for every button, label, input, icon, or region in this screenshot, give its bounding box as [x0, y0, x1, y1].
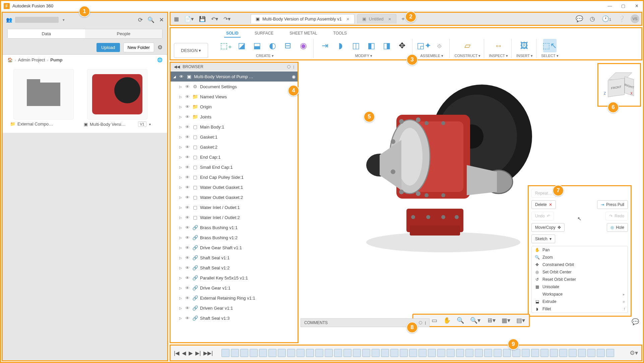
extrude-tool-icon[interactable]: ⬓: [250, 39, 264, 52]
new-folder-button[interactable]: New Folder: [123, 43, 154, 52]
tree-node[interactable]: ▷ 👁 ▢ Water Outlet Gasket:2: [171, 192, 298, 202]
timeline-feature[interactable]: [456, 349, 464, 357]
timeline-feature[interactable]: [287, 349, 295, 357]
ctx-hole[interactable]: ◎ Hole: [607, 223, 628, 232]
visibility-icon[interactable]: 👁: [185, 205, 190, 210]
tree-node[interactable]: ▷ 👁 ▢ Gasket:2: [171, 142, 298, 152]
tree-node[interactable]: ▷ 👁 🔗 External Retaining Ring v1:1: [171, 293, 298, 303]
insert-tool-icon[interactable]: 🖼: [518, 39, 531, 52]
ctx-sketch[interactable]: Sketch ▾: [531, 235, 555, 243]
expand-icon[interactable]: ▷: [179, 145, 183, 149]
fillet-tool-icon[interactable]: ◗: [334, 39, 347, 52]
joint-tool-icon[interactable]: ⟐: [433, 39, 446, 52]
measure-tool-icon[interactable]: ↔: [492, 39, 505, 52]
expand-icon[interactable]: ▷: [179, 216, 183, 219]
tree-node[interactable]: ▷ 👁 📁 Joints: [171, 112, 298, 122]
timeline-feature[interactable]: [494, 349, 502, 357]
expand-icon[interactable]: ▷: [179, 266, 183, 270]
visibility-icon[interactable]: 👁: [185, 296, 190, 301]
tree-node[interactable]: ▷ 👁 🔗 Parallel Key 5x5x15 v1:1: [171, 273, 298, 283]
expand-icon[interactable]: ▷: [179, 196, 183, 199]
tree-node[interactable]: ▷ 👁 ▢ End Cap:1: [171, 152, 298, 162]
maximize-button[interactable]: ▢: [620, 2, 627, 10]
visibility-icon[interactable]: 👁: [185, 135, 190, 140]
expand-icon[interactable]: ▷: [179, 105, 183, 109]
help-icon[interactable]: ❔: [617, 15, 627, 22]
timeline-feature[interactable]: [400, 349, 408, 357]
visibility-icon[interactable]: 👁: [185, 215, 190, 220]
expand-icon[interactable]: ▷: [179, 115, 183, 119]
ctx-item[interactable]: ⬓ Extrude e: [532, 298, 628, 305]
ctx-item[interactable]: ✋ Pan: [532, 246, 628, 254]
expand-icon[interactable]: ▷: [179, 226, 183, 229]
visibility-icon[interactable]: 👁: [185, 114, 190, 119]
tree-node[interactable]: ▷ 👁 🔗 Shaft Seal v1:3: [171, 313, 298, 323]
visibility-icon[interactable]: 👁: [185, 124, 190, 129]
assemble-group-label[interactable]: ASSEMBLE ▾: [420, 53, 443, 58]
timeline-first-icon[interactable]: |◀: [174, 350, 179, 356]
view-cube[interactable]: Y FRONT RIGHT X Z: [597, 63, 641, 107]
timeline-feature[interactable]: [315, 349, 323, 357]
team-name[interactable]: [15, 17, 59, 23]
job-status-icon[interactable]: 🕐1: [600, 15, 613, 22]
timeline-feature[interactable]: [334, 349, 342, 357]
timeline-feature[interactable]: [447, 349, 455, 357]
expand-icon[interactable]: ▷: [179, 186, 183, 189]
team-dropdown-caret[interactable]: ▾: [63, 18, 65, 22]
draft-tool-icon[interactable]: ◨: [380, 39, 393, 52]
timeline-feature[interactable]: [259, 349, 267, 357]
visibility-icon[interactable]: 👁: [185, 104, 190, 109]
undo-icon[interactable]: ↶▾: [210, 16, 219, 22]
visibility-icon[interactable]: 👁: [185, 195, 190, 200]
timeline-feature[interactable]: [512, 349, 520, 357]
expand-icon[interactable]: ▷: [179, 286, 183, 290]
comments-pin-icon[interactable]: |: [425, 321, 426, 325]
timeline-feature[interactable]: [503, 349, 511, 357]
component-tool-icon[interactable]: ◲✦: [417, 39, 431, 52]
timeline-feature[interactable]: [221, 349, 230, 357]
revolve-tool-icon[interactable]: ◐: [266, 39, 279, 52]
expand-icon[interactable]: ▷: [179, 95, 183, 99]
insert-group-label[interactable]: INSERT ▾: [516, 53, 533, 58]
timeline-feature[interactable]: [465, 349, 473, 357]
expand-icon[interactable]: ▷: [179, 306, 183, 310]
close-button[interactable]: ✕: [633, 2, 640, 10]
inspect-group-label[interactable]: INSPECT ▾: [489, 53, 508, 58]
tree-node[interactable]: ▷ 👁 🔗 Brass Bushing v1:1: [171, 222, 298, 232]
browser-pin-icon[interactable]: |: [293, 65, 294, 69]
ctx-presspull[interactable]: ⇥ Press Pull: [597, 200, 628, 209]
timeline-prev-icon[interactable]: ◀: [182, 350, 186, 356]
visibility-icon[interactable]: 👁: [185, 235, 190, 240]
visibility-icon[interactable]: 👁: [185, 175, 190, 180]
visibility-icon[interactable]: 👁: [185, 185, 190, 190]
upload-button[interactable]: Upload: [96, 43, 120, 52]
file-tab-active[interactable]: ▣ Multi-Body Version of Pump Assembly v1…: [251, 14, 355, 23]
tab-close-1[interactable]: ×: [388, 16, 391, 22]
timeline-feature[interactable]: [231, 349, 239, 357]
timeline-feature[interactable]: [522, 349, 530, 357]
timeline-feature[interactable]: [250, 349, 258, 357]
timeline-feature[interactable]: [428, 349, 436, 357]
timeline-next-icon[interactable]: ▶|: [195, 350, 201, 356]
visibility-icon[interactable]: 👁: [185, 145, 190, 150]
ctx-delete[interactable]: Delete ✕: [531, 200, 556, 209]
select-tool-icon[interactable]: ⬚↖: [543, 39, 557, 52]
construct-group-label[interactable]: CONSTRUCT ▾: [454, 53, 480, 58]
visibility-icon[interactable]: 👁: [185, 306, 190, 311]
ctx-item[interactable]: 🔍 Zoom: [532, 254, 628, 261]
timeline-feature[interactable]: [550, 349, 558, 357]
file-menu-icon[interactable]: 📄▾: [183, 16, 195, 22]
timeline-feature[interactable]: [606, 349, 614, 357]
expand-icon[interactable]: ▷: [179, 296, 183, 300]
lookat-icon[interactable]: ▭: [430, 316, 439, 325]
viewport-icon[interactable]: ▤▾: [515, 316, 526, 325]
tree-node[interactable]: ▷ 👁 🔗 Driven Gear v1:1: [171, 303, 298, 313]
ctx-item[interactable]: ▦ Unisolate: [532, 283, 628, 291]
combine-tool-icon[interactable]: ◧: [365, 39, 378, 52]
expand-icon[interactable]: ▷: [179, 165, 183, 169]
timeline-feature[interactable]: [569, 349, 577, 357]
timeline-feature[interactable]: [297, 349, 305, 357]
tree-node[interactable]: ▷ 👁 ▢ Main Body:1: [171, 122, 298, 132]
tree-node[interactable]: ▷ 👁 📁 Named Views: [171, 92, 298, 102]
cube-front[interactable]: FRONT: [608, 78, 625, 97]
